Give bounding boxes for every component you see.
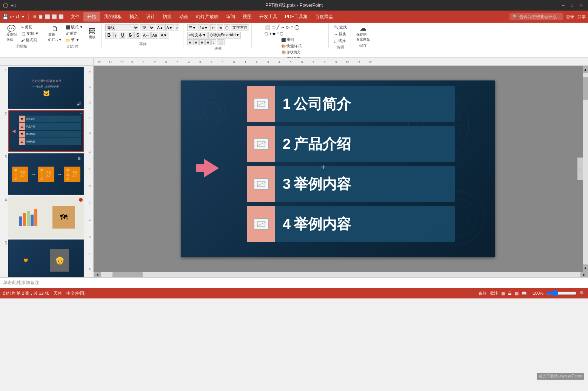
- menu-review[interactable]: 审阅: [222, 12, 239, 22]
- scrollbar-up[interactable]: ▲: [583, 66, 588, 73]
- strikethrough-button[interactable]: S: [127, 32, 134, 39]
- find-button[interactable]: 🔍 查找: [332, 24, 348, 30]
- align-text-button[interactable]: ≡对文本▼: [187, 32, 208, 39]
- restore-button[interactable]: □: [568, 2, 576, 8]
- menu-devtools[interactable]: 开发工具: [256, 12, 281, 22]
- font-size-select[interactable]: 18: [140, 24, 155, 31]
- shape-rect2[interactable]: ▭: [271, 24, 276, 30]
- qat-screen[interactable]: 🖥: [32, 14, 37, 19]
- uppercase-button[interactable]: Aa: [151, 32, 158, 39]
- italic-button[interactable]: I: [113, 32, 118, 39]
- view-normal[interactable]: ▦: [501, 291, 505, 296]
- shape-line[interactable]: ╱: [276, 24, 280, 30]
- notes-toggle[interactable]: 备注: [479, 291, 487, 296]
- scrollbar-hthumb[interactable]: [112, 272, 143, 277]
- qat-more[interactable]: ▼: [21, 15, 25, 19]
- menu-design[interactable]: 设计: [142, 12, 159, 22]
- shape-arrow[interactable]: →: [280, 24, 285, 30]
- text-direction-button[interactable]: 文字方向: [231, 24, 249, 31]
- numbering-button[interactable]: 1≡▼: [198, 24, 209, 31]
- view-reading[interactable]: 📖: [522, 291, 527, 296]
- justify-button[interactable]: ≡: [205, 39, 211, 45]
- align-left-button[interactable]: ≡: [187, 39, 192, 45]
- align-right-button[interactable]: ≡: [199, 39, 205, 45]
- qat-undo[interactable]: ↩: [10, 14, 14, 20]
- menu-view[interactable]: 视图: [239, 12, 256, 22]
- slide-thumb-1[interactable]: 1 历史记录中的著名条件 ——相信我，您记录的内容... 🐱 🔊: [2, 67, 84, 109]
- shadow-button[interactable]: S: [134, 32, 141, 39]
- shape-pentagon[interactable]: ⬠: [264, 31, 269, 37]
- notes-area[interactable]: 单击此处添加备注: [0, 277, 588, 288]
- scrollbar-thumb[interactable]: [583, 77, 588, 100]
- comments-toggle[interactable]: 批注: [490, 291, 498, 296]
- decrease-font-button[interactable]: A▼: [165, 24, 174, 31]
- qat-extra2[interactable]: ⬜: [52, 14, 57, 19]
- convert-smartart-button[interactable]: ⬡转为SmartArt▼: [208, 32, 241, 39]
- shape-fill-button[interactable]: 🎨 形状填充: [280, 49, 302, 55]
- bottom-scrollbar[interactable]: ◄ ►: [94, 272, 588, 277]
- menu-template[interactable]: 我的模板: [100, 12, 126, 22]
- zoom-icon[interactable]: 🔍: [580, 291, 585, 296]
- bullets-button[interactable]: ☰▼: [187, 24, 197, 31]
- replace-button[interactable]: ↔ 替换: [332, 31, 348, 37]
- qat-extra3[interactable]: ⬜: [58, 14, 64, 19]
- cut-button[interactable]: ✂ 剪切: [20, 24, 40, 30]
- slide-thumb-4[interactable]: 4 🗺: [2, 196, 84, 238]
- search-box[interactable]: 🔍 告诉我您想要做什么...: [509, 13, 563, 20]
- menu-home[interactable]: 开始: [83, 12, 100, 22]
- reset-button[interactable]: ↺ 重置: [64, 31, 85, 37]
- shape-flow[interactable]: ⬡: [279, 31, 284, 37]
- share-button[interactable]: 共享: [577, 14, 586, 20]
- slide-thumb-2[interactable]: 2 ◀ 🖼 公司简介 🖼 产品介绍: [2, 110, 84, 152]
- scrollbar-down[interactable]: ▼: [583, 264, 588, 272]
- decrease-indent-button[interactable]: ⇤: [210, 24, 216, 31]
- section-button[interactable]: 📁 节 ▼: [64, 37, 85, 43]
- shape-star[interactable]: ★: [272, 31, 276, 37]
- send-wechat-button[interactable]: 💬 发送到微信: [4, 25, 19, 43]
- bold-button[interactable]: B: [105, 32, 112, 39]
- save-cloud-button[interactable]: ☁ 保存到百度网盘: [355, 24, 371, 42]
- qat-redo[interactable]: ↺: [15, 14, 20, 20]
- menu-transition[interactable]: 切换: [159, 12, 175, 22]
- qat-save[interactable]: 💾: [2, 14, 8, 20]
- align-center-button[interactable]: ≡: [193, 39, 199, 45]
- menu-insert[interactable]: 插入: [126, 12, 142, 22]
- underline-button[interactable]: U: [119, 32, 126, 39]
- shape-rect[interactable]: ⬜: [264, 24, 271, 30]
- menu-slideshow[interactable]: 幻灯片放映: [192, 12, 222, 22]
- increase-font-button[interactable]: A▲: [156, 24, 165, 31]
- slide-thumb-3[interactable]: 3 第一步说明文字 → 第二步说明文字 → 第三步说明文字 📋: [2, 153, 84, 195]
- clear-format-button[interactable]: ⎚: [175, 24, 179, 31]
- char-spacing-button[interactable]: A↔: [142, 32, 151, 39]
- right-scrollbar[interactable]: ▲ ▼: [583, 66, 588, 272]
- login-button[interactable]: 登录: [566, 14, 574, 20]
- slide-canvas[interactable]: 1 公司简介 2: [181, 80, 495, 257]
- slide-thumb-5[interactable]: 5 🧡 👴: [2, 240, 84, 277]
- quick-styles-button[interactable]: 🎨 快速样式: [280, 43, 303, 49]
- shape-chevron[interactable]: ⟩: [269, 31, 271, 37]
- view-slide[interactable]: ▤: [515, 291, 519, 296]
- format-painter-button[interactable]: 🖌 格式刷: [20, 37, 40, 43]
- minimize-button[interactable]: ─: [559, 2, 567, 8]
- arrange-button[interactable]: ⬛ 排列: [280, 37, 303, 43]
- menu-animation[interactable]: 动画: [175, 12, 192, 22]
- shape-circle[interactable]: ○: [290, 24, 294, 30]
- zoom-slider[interactable]: [546, 291, 577, 295]
- scrollbar-left[interactable]: ◄: [94, 272, 101, 277]
- view-outline[interactable]: ☰: [508, 291, 512, 296]
- canvas-area[interactable]: ›: [94, 66, 583, 272]
- close-button[interactable]: ✕: [577, 2, 585, 8]
- template-button[interactable]: 🖼 模板: [85, 25, 99, 43]
- menu-file[interactable]: 文件: [67, 12, 83, 22]
- qat-print[interactable]: 📋: [38, 14, 43, 19]
- qat-extra1[interactable]: ⬜: [45, 14, 50, 19]
- shape-more[interactable]: ▷: [286, 24, 290, 30]
- layout-button[interactable]: ⬛ 版式 ▼: [64, 24, 85, 30]
- increase-indent-button[interactable]: ⇥: [217, 24, 223, 31]
- new-slide-button[interactable]: 🗋 新建幻灯片▼: [47, 25, 63, 43]
- columns-button[interactable]: ⬜: [217, 39, 225, 45]
- select-button[interactable]: ⬚ 选择: [332, 38, 348, 44]
- smartart-button[interactable]: ⬡: [224, 24, 230, 31]
- shape-arc[interactable]: ◜: [277, 31, 279, 37]
- expand-handle[interactable]: ›: [577, 158, 583, 180]
